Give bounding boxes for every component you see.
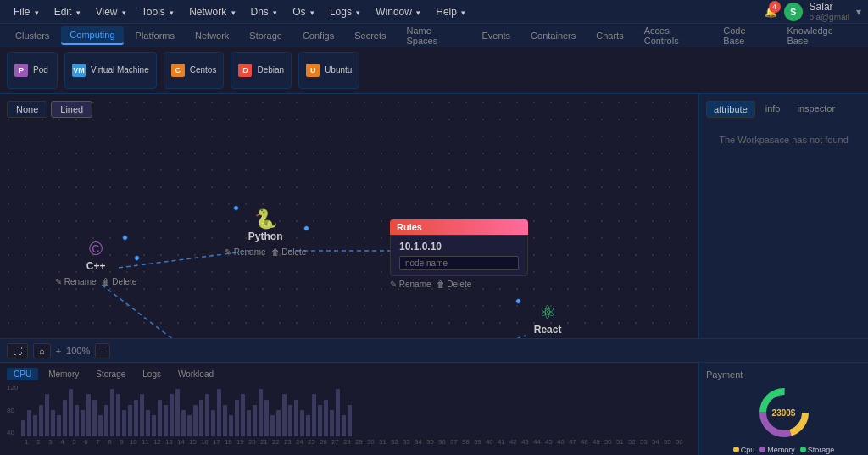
bar-15[interactable] [104, 405, 108, 436]
nav-tab-events[interactable]: Events [473, 27, 519, 44]
menu-os[interactable]: Os ▾ [286, 3, 321, 20]
avatar[interactable]: S [784, 3, 803, 21]
canvas-area[interactable]: None Lined © C++ ✎ Rename [0, 94, 698, 338]
python-rename[interactable]: ✎ Rename [225, 247, 266, 257]
bar-7[interactable] [57, 415, 61, 436]
bar-48[interactable] [300, 410, 304, 436]
menu-logs[interactable]: Logs ▾ [323, 3, 367, 20]
nav-tab-code-base[interactable]: Code Base [715, 22, 775, 49]
bar-51[interactable] [318, 405, 322, 436]
cpp-node[interactable]: © C++ ✎ Rename 🗑 Delete [55, 238, 136, 286]
menu-network[interactable]: Network ▾ [182, 3, 242, 20]
bar-9[interactable] [69, 389, 73, 436]
zoom-out-button[interactable]: - [95, 343, 110, 358]
bar-13[interactable] [92, 400, 97, 436]
menu-view[interactable]: View ▾ [89, 3, 133, 20]
nav-tab-configs[interactable]: Configs [294, 27, 342, 44]
bar-41[interactable] [259, 389, 263, 436]
bar-52[interactable] [324, 400, 328, 436]
bar-35[interactable] [223, 405, 227, 436]
bar-14[interactable] [98, 415, 103, 436]
cpp-delete[interactable]: 🗑 Delete [102, 277, 137, 286]
nav-tab-charts[interactable]: Charts [587, 27, 632, 44]
bar-38[interactable] [241, 394, 245, 436]
bar-45[interactable] [282, 394, 287, 436]
user-dropdown-icon[interactable]: ▾ [856, 6, 861, 18]
stats-tab-memory[interactable]: Memory [42, 368, 86, 380]
expand-button[interactable]: ⛶ [7, 343, 28, 358]
rules-delete[interactable]: 🗑 Delete [437, 280, 472, 289]
cpp-rename[interactable]: ✎ Rename [55, 277, 97, 286]
bar-8[interactable] [63, 400, 67, 436]
nav-tab-secrets[interactable]: Secrets [346, 27, 394, 44]
bar-23[interactable] [152, 415, 156, 436]
menu-dns[interactable]: Dns ▾ [244, 3, 285, 20]
bar-55[interactable] [342, 415, 346, 436]
bar-53[interactable] [330, 410, 334, 436]
bar-24[interactable] [158, 400, 162, 436]
bar-5[interactable] [45, 394, 49, 436]
menu-tools[interactable]: Tools ▾ [135, 3, 181, 20]
react-node[interactable]: ⚛ React ✎ Rename 🗑 Delete [507, 302, 588, 338]
menu-window[interactable]: Window ▾ [369, 3, 427, 20]
bar-36[interactable] [229, 415, 233, 436]
stats-tab-cpu[interactable]: CPU [7, 368, 38, 380]
tab-info[interactable]: info [759, 101, 787, 118]
bar-27[interactable] [175, 389, 180, 436]
resource-virtual-machine[interactable]: VMVirtual Machine [64, 52, 157, 89]
bar-18[interactable] [122, 410, 126, 436]
bar-2[interactable] [27, 410, 31, 436]
bar-20[interactable] [134, 400, 138, 436]
bar-16[interactable] [110, 389, 114, 436]
home-button[interactable]: ⌂ [33, 343, 51, 358]
menu-file[interactable]: File ▾ [7, 3, 46, 20]
stats-tab-workload[interactable]: Workload [171, 368, 220, 380]
bar-4[interactable] [39, 405, 43, 436]
bar-12[interactable] [86, 394, 91, 436]
tab-attribute[interactable]: attribute [706, 101, 755, 118]
rules-node[interactable]: Rules 10.1.0.10 ✎ Rename 🗑 Delete [390, 219, 528, 289]
bar-56[interactable] [348, 405, 352, 436]
bar-44[interactable] [276, 410, 281, 436]
bar-47[interactable] [294, 400, 298, 436]
bar-54[interactable] [336, 389, 340, 436]
bar-40[interactable] [253, 405, 257, 436]
bar-22[interactable] [146, 410, 150, 436]
resource-pod[interactable]: PPod [7, 52, 58, 89]
resource-debian[interactable]: DDebian [231, 52, 292, 89]
resource-centos[interactable]: CCentos [164, 52, 225, 89]
stats-tab-storage[interactable]: Storage [89, 368, 132, 380]
bar-42[interactable] [264, 400, 269, 436]
nav-tab-containers[interactable]: Containers [522, 27, 584, 44]
bar-29[interactable] [187, 415, 192, 436]
bar-17[interactable] [116, 394, 120, 436]
rules-rename[interactable]: ✎ Rename [390, 280, 431, 289]
nav-tab-platforms[interactable]: Platforms [127, 27, 183, 44]
bar-43[interactable] [270, 415, 275, 436]
resource-ubuntu[interactable]: UUbuntu [298, 52, 359, 89]
bar-33[interactable] [211, 410, 215, 436]
lined-button[interactable]: Lined [51, 101, 92, 118]
bar-39[interactable] [247, 410, 251, 436]
bar-32[interactable] [205, 394, 209, 436]
rules-input[interactable] [399, 256, 519, 270]
bar-11[interactable] [81, 410, 85, 436]
tab-inspector[interactable]: inspector [791, 101, 843, 118]
python-node[interactable]: 🐍 Python ✎ Rename 🗑 Delete [225, 208, 306, 257]
bar-50[interactable] [312, 394, 316, 436]
notification-bell[interactable]: 🔔 4 [765, 6, 777, 18]
menu-edit[interactable]: Edit ▾ [47, 3, 87, 20]
bar-10[interactable] [75, 405, 79, 436]
nav-tab-storage[interactable]: Storage [241, 27, 291, 44]
bar-25[interactable] [164, 405, 168, 436]
bar-30[interactable] [193, 405, 198, 436]
bar-37[interactable] [235, 400, 239, 436]
bar-6[interactable] [51, 410, 55, 436]
bar-49[interactable] [306, 415, 310, 436]
bar-28[interactable] [181, 410, 186, 436]
nav-tab-computing[interactable]: Computing [61, 26, 123, 45]
stats-tab-logs[interactable]: Logs [136, 368, 168, 380]
none-button[interactable]: None [7, 101, 47, 118]
nav-tab-acces-controls[interactable]: Acces Controls [636, 22, 712, 49]
nav-tab-network[interactable]: Network [186, 27, 237, 44]
